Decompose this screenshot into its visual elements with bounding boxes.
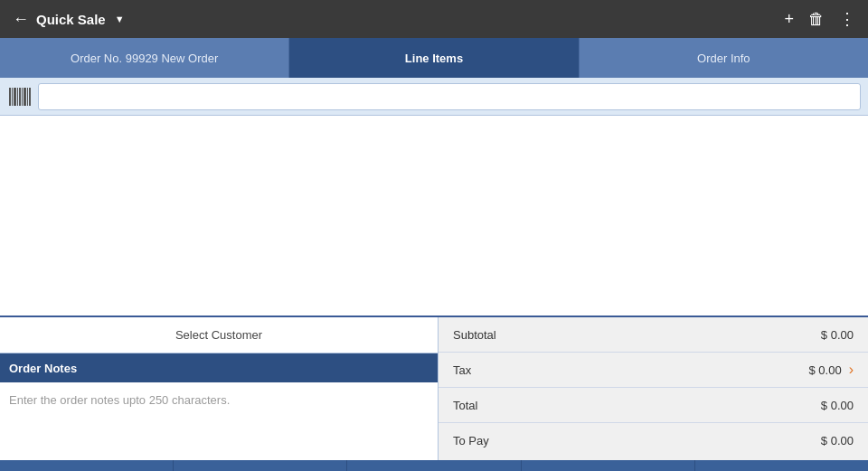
delete-icon[interactable]: 🗑 — [808, 10, 825, 29]
top-bar-right: + 🗑 ⋮ — [784, 9, 855, 29]
search-input[interactable] — [38, 83, 861, 110]
tab-line-items[interactable]: Line Items — [289, 38, 579, 78]
add-icon[interactable]: + — [784, 10, 794, 29]
cancel-button[interactable]: Cancel — [522, 460, 695, 471]
subtotal-value: $ 0.00 — [790, 328, 854, 342]
topay-row: To Pay $ 0.00 — [439, 423, 868, 458]
right-panel: Subtotal $ 0.00 Tax $ 0.00 › Total $ 0.0… — [439, 317, 868, 460]
tax-row: Tax $ 0.00 › — [439, 353, 868, 388]
total-row: Total $ 0.00 — [439, 388, 868, 423]
topay-value: $ 0.00 — [790, 434, 854, 447]
tax-value: $ 0.00 — [778, 363, 842, 377]
total-value: $ 0.00 — [790, 399, 854, 412]
search-bar — [0, 78, 868, 116]
select-customer-button[interactable]: Select Customer — [0, 317, 438, 353]
subtotal-row: Subtotal $ 0.00 — [439, 317, 868, 353]
topay-label: To Pay — [453, 434, 790, 447]
dropdown-icon[interactable]: ▼ — [115, 14, 125, 24]
order-notes-area[interactable]: Enter the order notes upto 250 character… — [0, 382, 438, 460]
top-bar: ← Quick Sale ▼ + 🗑 ⋮ — [0, 0, 868, 38]
subtotal-label: Subtotal — [453, 328, 790, 342]
dispatch-button[interactable]: Dispatch — [347, 460, 521, 471]
back-button[interactable]: ← — [13, 10, 29, 29]
total-label: Total — [453, 399, 790, 412]
line-items-area — [0, 116, 868, 317]
tab-order-info[interactable]: Order Info — [580, 38, 868, 78]
tab-bar: Order No. 99929 New Order Line Items Ord… — [0, 38, 868, 78]
order-notes-header: Order Notes — [0, 353, 438, 382]
save-button[interactable]: Save — [0, 460, 174, 471]
receipt-button[interactable]: Receipt — [695, 460, 868, 471]
tax-expand-icon[interactable]: › — [849, 362, 854, 378]
barcode-icon — [7, 84, 33, 109]
bottom-section: Select Customer Order Notes Enter the or… — [0, 317, 868, 460]
left-panel: Select Customer Order Notes Enter the or… — [0, 317, 439, 460]
more-icon[interactable]: ⋮ — [839, 9, 855, 29]
tax-label: Tax — [453, 363, 778, 377]
tab-order-no[interactable]: Order No. 99929 New Order — [0, 38, 289, 78]
top-bar-left: ← Quick Sale ▼ — [13, 10, 125, 29]
action-bar: Save New Dispatch Cancel Receipt — [0, 460, 868, 471]
new-button[interactable]: New — [174, 460, 347, 471]
order-notes-placeholder: Enter the order notes upto 250 character… — [9, 393, 230, 407]
app-title: Quick Sale — [36, 12, 106, 27]
